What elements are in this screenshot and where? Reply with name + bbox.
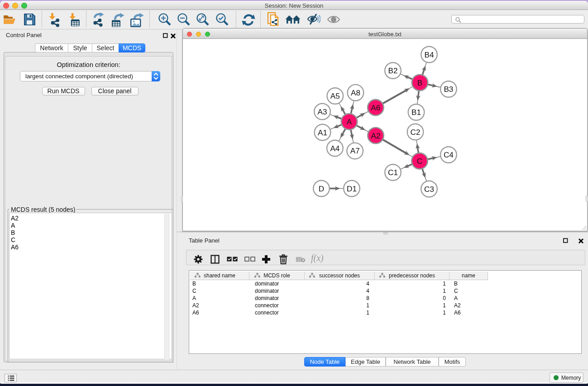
svg-text:D: D: [319, 184, 324, 193]
svg-text:A1: A1: [318, 128, 327, 137]
svg-text:A4: A4: [330, 144, 339, 153]
svg-text:A2: A2: [371, 131, 380, 140]
svg-text:B4: B4: [424, 50, 434, 59]
svg-text:A3: A3: [317, 107, 327, 116]
svg-text:B3: B3: [444, 85, 453, 94]
svg-text:A8: A8: [351, 88, 360, 97]
svg-text:B: B: [417, 78, 422, 87]
svg-text:C2: C2: [411, 128, 421, 137]
svg-text:A: A: [347, 117, 352, 126]
svg-text:A6: A6: [371, 103, 380, 112]
svg-text:B2: B2: [388, 66, 397, 75]
svg-text:C3: C3: [424, 185, 434, 194]
svg-text:A5: A5: [330, 91, 340, 100]
svg-text:C1: C1: [388, 168, 398, 177]
svg-text:D1: D1: [347, 184, 357, 193]
svg-text:C: C: [417, 157, 422, 166]
svg-text:B1: B1: [411, 108, 421, 117]
svg-text:C4: C4: [444, 150, 454, 159]
svg-text:A7: A7: [350, 146, 360, 155]
